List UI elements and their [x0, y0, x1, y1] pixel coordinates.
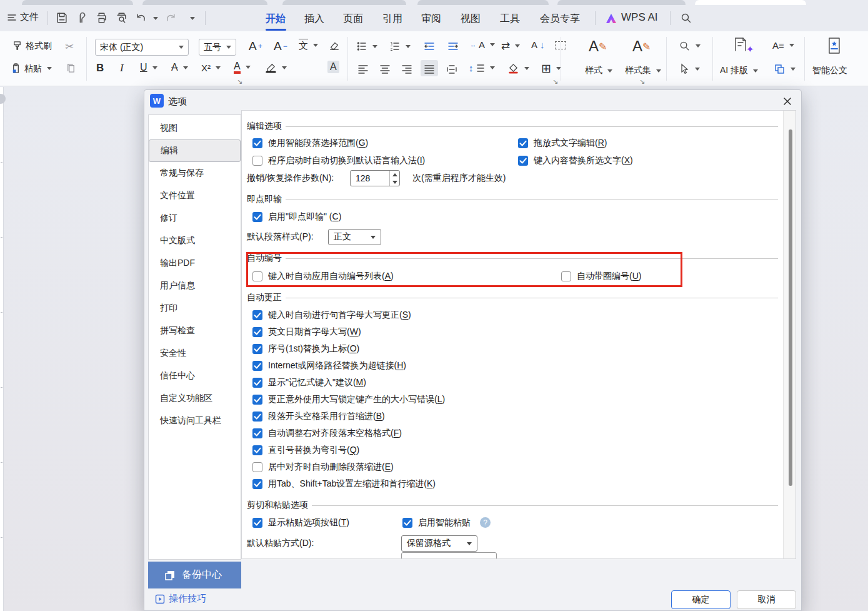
- sidebar-item-output-pdf[interactable]: 输出PDF: [149, 252, 241, 275]
- checkbox-unchecked[interactable]: [252, 271, 262, 281]
- superscript-button[interactable]: X²: [201, 63, 221, 73]
- distribute-icon[interactable]: [446, 64, 457, 75]
- option-auto-circled-number[interactable]: 自动带圈编号(U): [561, 271, 641, 282]
- underline-arrow[interactable]: [152, 66, 157, 69]
- bullet-arrow[interactable]: [372, 45, 377, 48]
- scrollbar-thumb[interactable]: [789, 129, 792, 486]
- checkbox-checked[interactable]: [252, 445, 262, 455]
- select-cursor-icon[interactable]: [679, 63, 700, 74]
- sidebar-item-trust-center[interactable]: 信任中心: [149, 365, 241, 387]
- checkbox-checked[interactable]: [252, 138, 262, 148]
- ai-layout-icon[interactable]: ✦: [732, 36, 754, 55]
- checkbox-checked[interactable]: [252, 412, 262, 422]
- default-paragraph-style-select[interactable]: 正文: [328, 229, 381, 245]
- font-color-button[interactable]: A: [234, 61, 251, 74]
- format-painter-button[interactable]: 格式刷: [11, 40, 52, 52]
- highlight-button[interactable]: [265, 62, 287, 74]
- bullet-list-icon[interactable]: [356, 41, 377, 52]
- superscript-arrow[interactable]: [216, 66, 221, 69]
- menu-tab-7[interactable]: 工具: [500, 13, 520, 26]
- option-center-remove-indent[interactable]: 居中对齐时自动删除段落缩进(E): [252, 462, 394, 473]
- help-icon[interactable]: ?: [480, 517, 491, 528]
- sidebar-item-user-info[interactable]: 用户信息: [149, 275, 241, 297]
- sidebar-item-file-location[interactable]: 文件位置: [149, 184, 241, 207]
- spacing-arrow[interactable]: [490, 43, 495, 46]
- scrollbar[interactable]: [783, 111, 796, 558]
- paste-dropdown-arrow[interactable]: [47, 67, 52, 70]
- checkbox-checked[interactable]: [252, 327, 262, 337]
- hamburger-menu-icon[interactable]: [6, 12, 17, 23]
- align-right-icon[interactable]: [401, 64, 412, 75]
- checkbox-unchecked[interactable]: [252, 462, 262, 472]
- option-capitalize-first-letter[interactable]: 键入时自动进行句首字母大写更正(S): [252, 310, 411, 321]
- borders-icon[interactable]: ⊞: [541, 61, 561, 76]
- wps-ai-menu[interactable]: WPS AI: [621, 11, 658, 24]
- option-smart-quotes[interactable]: 直引号替换为弯引号(Q): [252, 445, 359, 456]
- style-set-icon[interactable]: A✎: [632, 38, 651, 55]
- style-set-arrow[interactable]: [656, 69, 661, 73]
- checkbox-checked[interactable]: [252, 310, 262, 320]
- partially-visible-select[interactable]: [401, 552, 497, 559]
- checkbox-checked[interactable]: [252, 378, 262, 388]
- increase-indent-icon[interactable]: [447, 41, 459, 52]
- save-icon[interactable]: [55, 11, 68, 24]
- ai-layout-button[interactable]: AI 排版: [720, 65, 758, 76]
- print-icon[interactable]: [95, 11, 108, 24]
- option-drag-drop-text[interactable]: 拖放式文字编辑(R): [518, 138, 607, 149]
- option-capitalize-english-date[interactable]: 英文日期首字母大写(W): [252, 326, 361, 338]
- smart-doc-icon[interactable]: [826, 36, 842, 55]
- font-size-select[interactable]: 五号: [199, 39, 236, 56]
- menu-tab-3[interactable]: 页面: [343, 13, 363, 26]
- sidebar-item-view[interactable]: 视图: [149, 117, 241, 139]
- checkbox-checked[interactable]: [518, 156, 528, 166]
- option-ordinal-superscript[interactable]: 序号(1st)替换为上标(O): [252, 343, 359, 355]
- wps-ai-logo-icon[interactable]: [605, 13, 617, 25]
- numbered-arrow[interactable]: [406, 45, 411, 48]
- select-arrow[interactable]: [695, 68, 700, 71]
- export-pdf-icon[interactable]: [75, 11, 88, 24]
- checkbox-checked[interactable]: [252, 395, 262, 405]
- char-spacing-icon[interactable]: ↔A: [470, 39, 495, 50]
- pinyin-arrow[interactable]: [313, 44, 318, 47]
- redo-button[interactable]: [164, 11, 177, 24]
- ok-button[interactable]: 确定: [671, 590, 731, 609]
- sidebar-item-general-save[interactable]: 常规与保存: [149, 162, 241, 184]
- option-ime-suggestions[interactable]: 显示"记忆式键入"建议(M): [252, 377, 366, 388]
- sidebar-item-print[interactable]: 打印: [149, 297, 241, 320]
- undo-steps-stepper[interactable]: 128: [350, 170, 400, 186]
- undo-button[interactable]: [135, 11, 148, 24]
- option-smart-paragraph-select[interactable]: 使用智能段落选择范围(G): [252, 138, 368, 149]
- strikethrough-button[interactable]: A: [171, 62, 188, 73]
- checkbox-unchecked[interactable]: [561, 271, 571, 281]
- option-leading-space-indent[interactable]: 段落开头空格采用行首缩进(B): [252, 411, 385, 422]
- option-show-paste-options-button[interactable]: 显示粘贴选项按钮(T): [252, 517, 349, 528]
- checkbox-unchecked[interactable]: [252, 156, 262, 166]
- undo-dropdown-arrow[interactable]: [153, 17, 158, 20]
- dialog-launcher-icon[interactable]: ↘: [237, 78, 242, 86]
- checkbox-checked[interactable]: [252, 428, 262, 438]
- sort-icon[interactable]: A↓: [531, 39, 545, 50]
- checkbox-checked[interactable]: [252, 518, 262, 528]
- option-fix-capslock[interactable]: 更正意外使用大写锁定键产生的大小写错误(L): [252, 394, 445, 405]
- option-enable-click-type[interactable]: 启用"即点即输" (C): [252, 211, 341, 223]
- bold-button[interactable]: B: [96, 62, 104, 74]
- cancel-button[interactable]: 取消: [737, 590, 796, 609]
- sidebar-item-spell-check[interactable]: 拼写检查: [149, 320, 241, 342]
- option-typing-replaces-selection[interactable]: 键入内容替换所选文字(X): [518, 155, 633, 166]
- pinyin-guide-icon[interactable]: 文: [299, 39, 318, 52]
- sidebar-item-chinese-layout[interactable]: 中文版式: [149, 230, 241, 252]
- close-button[interactable]: [779, 94, 796, 109]
- option-auto-switch-ime[interactable]: 程序启动时自动切换到默认语言输入法(I): [252, 155, 425, 166]
- menu-tab-1[interactable]: 开始: [266, 13, 286, 26]
- search-icon[interactable]: [680, 12, 692, 24]
- stepper-up-icon[interactable]: [390, 171, 399, 178]
- menu-tab-5[interactable]: 审阅: [421, 13, 441, 26]
- ai-layout-arrow[interactable]: [753, 69, 758, 73]
- align-center-icon[interactable]: [379, 64, 391, 75]
- style-set-button[interactable]: 样式集: [625, 65, 661, 76]
- wrap-arrow[interactable]: [515, 44, 520, 48]
- underline-button[interactable]: U: [140, 62, 157, 73]
- menu-tab-2[interactable]: 插入: [304, 13, 324, 26]
- checkbox-checked[interactable]: [402, 518, 412, 528]
- smart-doc-button[interactable]: 智能公文: [812, 65, 847, 76]
